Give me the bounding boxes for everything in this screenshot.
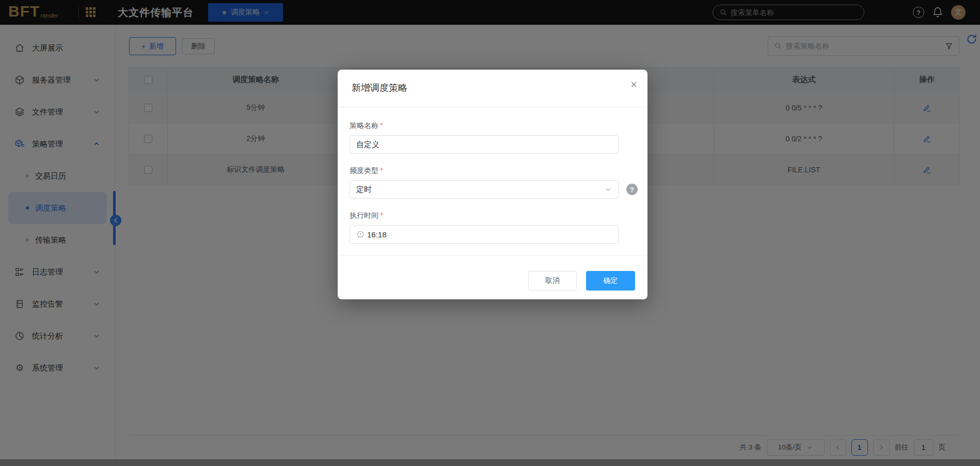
frequency-help-icon[interactable]: ? xyxy=(626,184,638,195)
execute-time-input[interactable] xyxy=(367,230,612,239)
frequency-type-value[interactable] xyxy=(356,185,605,194)
policy-name-label: 策略名称* xyxy=(350,121,383,131)
dialog-header-divider xyxy=(338,107,647,107)
add-policy-dialog: 新增调度策略 × 策略名称* 频度类型* ? 执行时间* 取消 确定 xyxy=(338,70,647,299)
cancel-button[interactable]: 取消 xyxy=(528,271,577,291)
dialog-close-icon[interactable]: × xyxy=(630,79,637,90)
chevron-down-icon xyxy=(605,186,612,193)
clock-icon xyxy=(356,230,365,238)
confirm-button[interactable]: 确定 xyxy=(586,271,635,291)
frequency-type-select[interactable] xyxy=(350,180,619,199)
dialog-title: 新增调度策略 xyxy=(352,82,407,94)
required-asterisk: * xyxy=(380,211,383,219)
policy-name-field[interactable] xyxy=(350,135,619,154)
required-asterisk: * xyxy=(380,121,383,130)
required-asterisk: * xyxy=(380,166,383,174)
execute-time-label: 执行时间* xyxy=(350,211,383,220)
frequency-type-label: 频度类型* xyxy=(350,166,383,175)
policy-name-input[interactable] xyxy=(356,140,612,149)
dialog-footer-divider xyxy=(338,255,647,255)
execute-time-field[interactable] xyxy=(350,225,619,244)
